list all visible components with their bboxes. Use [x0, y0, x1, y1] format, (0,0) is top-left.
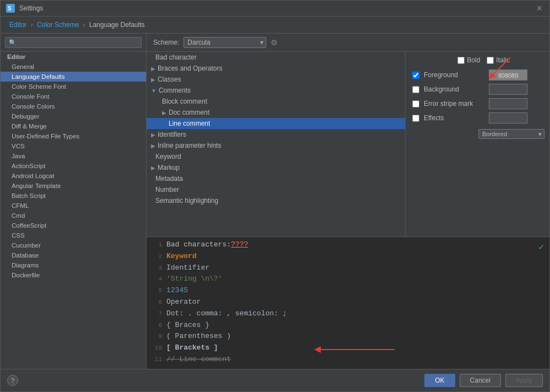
italic-checkbox[interactable]: [487, 57, 494, 64]
list-item-bad-character[interactable]: Bad character: [147, 52, 405, 63]
sidebar-item-console-font[interactable]: Console Font: [1, 92, 146, 101]
effects-label: Effects: [424, 114, 484, 122]
preview-line-3: 3 Identifier: [151, 262, 545, 274]
effects-color-swatch[interactable]: [489, 112, 527, 123]
expand-arrow: ▶: [151, 132, 155, 138]
gear-icon[interactable]: ⚙: [271, 38, 278, 47]
foreground-color-swatch[interactable]: 808080: [489, 69, 527, 80]
sidebar-item-android-logcat[interactable]: Android Logcat: [1, 171, 146, 181]
preview-line-10: 10 [ Brackets ]: [151, 342, 545, 354]
left-panel: Editor General Language Defaults Color S…: [1, 34, 147, 369]
breadcrumb-editor[interactable]: Editor: [9, 21, 26, 29]
foreground-checkbox[interactable]: [412, 72, 419, 79]
preview-line-4: 4 'String \n\?': [151, 273, 545, 285]
sidebar-item-diagrams[interactable]: Diagrams: [1, 260, 146, 270]
foreground-row: Foreground 808080: [412, 69, 543, 80]
error-stripe-checkbox[interactable]: [412, 100, 419, 108]
ok-button[interactable]: OK: [424, 374, 455, 387]
breadcrumb-current: Language Defaults: [89, 21, 145, 29]
error-stripe-color-swatch[interactable]: [489, 98, 527, 109]
preview-line-5: 5 12345: [151, 285, 545, 297]
sidebar-item-user-defined[interactable]: User-Defined File Types: [1, 131, 146, 141]
effects-dropdown-wrap: Bordered: [478, 129, 543, 139]
preview-line-8: 8 { Braces }: [151, 320, 545, 331]
list-group-identifiers[interactable]: ▶ Identifiers: [147, 129, 405, 140]
error-stripe-row: Error stripe mark: [412, 98, 543, 109]
sidebar-item-diff-merge[interactable]: Diff & Merge: [1, 121, 146, 131]
list-item-number[interactable]: Number: [147, 184, 405, 195]
expand-arrow: ▶: [151, 77, 155, 83]
list-child-block-comment[interactable]: Block comment: [147, 96, 405, 107]
scheme-select-wrap: Darcula: [184, 37, 266, 48]
preview-line-7: 7 Dot: . comma: , semicolon: ;: [151, 308, 545, 320]
preview-line-11: 11 // Line comment: [151, 354, 545, 366]
search-input[interactable]: [5, 37, 142, 48]
sidebar-item-java[interactable]: Java: [1, 151, 146, 161]
sidebar-item-general[interactable]: General: [1, 62, 146, 72]
list-group-braces[interactable]: ▶ Braces and Operators: [147, 63, 405, 74]
sidebar-item-cmd[interactable]: Cmd: [1, 211, 146, 221]
background-label: Background: [424, 85, 484, 93]
effects-select[interactable]: Bordered: [478, 129, 544, 139]
sidebar-item-css[interactable]: CSS: [1, 230, 146, 240]
svg-text:S: S: [8, 6, 12, 12]
sidebar-item-vcs[interactable]: VCS: [1, 141, 146, 151]
close-button[interactable]: ✕: [535, 4, 544, 13]
sidebar-item-language-defaults[interactable]: Language Defaults: [1, 72, 146, 82]
preview-line-1: 1 Bad characters: ????: [151, 239, 545, 251]
list-item-semantic[interactable]: Semantic highlighting: [147, 195, 405, 206]
effects-checkbox[interactable]: [412, 115, 419, 122]
breadcrumb: Editor › Color Scheme › Language Default…: [1, 17, 549, 34]
background-row: Background: [412, 84, 543, 95]
sidebar-item-coffeescript[interactable]: CoffeeScript: [1, 221, 146, 230]
sidebar-item-batch-script[interactable]: Batch Script: [1, 191, 146, 201]
list-group-markup[interactable]: ▶ Markup: [147, 162, 405, 173]
background-color-swatch[interactable]: [489, 84, 527, 95]
preview-line-9: 9 ( Parentheses ): [151, 331, 545, 342]
sidebar-item-cucumber[interactable]: Cucumber: [1, 240, 146, 250]
sidebar-item-dockerfile[interactable]: Dockerfile: [1, 270, 146, 280]
preview-line-2: 2 Keyword: [151, 251, 545, 262]
sidebar-item-actionscript[interactable]: ActionScript: [1, 161, 146, 171]
help-button[interactable]: ?: [7, 375, 18, 386]
list-group-inline-hints[interactable]: ▶ Inline parameter hints: [147, 140, 405, 151]
content-area: Editor General Language Defaults Color S…: [1, 34, 549, 369]
color-list: Bad character ▶ Braces and Operators ▶ C…: [147, 52, 405, 237]
main-content: Bad character ▶ Braces and Operators ▶ C…: [147, 52, 549, 237]
preview-line-6: 6 Operator: [151, 297, 545, 308]
check-icon: ✓: [538, 241, 544, 253]
scheme-select[interactable]: Darcula: [184, 37, 266, 48]
expand-arrow: ▶: [151, 143, 155, 149]
list-item-keyword[interactable]: Keyword: [147, 151, 405, 162]
settings-dialog: S Settings ✕ Editor › Color Scheme › Lan…: [0, 0, 550, 392]
list-child-doc-comment[interactable]: ▶ Doc comment: [147, 107, 405, 118]
sidebar-item-debugger[interactable]: Debugger: [1, 111, 146, 121]
list-subchild-line-comment[interactable]: Line comment: [147, 118, 405, 129]
properties-panel: Bold Italic Foreground 808080: [406, 52, 549, 237]
sidebar-item-color-scheme-font[interactable]: Color Scheme Font: [1, 82, 146, 92]
error-stripe-label: Error stripe mark: [424, 100, 484, 108]
italic-checkbox-label[interactable]: Italic: [487, 56, 510, 64]
sidebar-item-cfml[interactable]: CFML: [1, 201, 146, 211]
list-group-classes[interactable]: ▶ Classes: [147, 74, 405, 85]
sidebar-item-console-colors[interactable]: Console Colors: [1, 101, 146, 111]
foreground-label: Foreground: [424, 71, 484, 79]
scheme-label: Scheme:: [153, 39, 179, 46]
list-group-comments[interactable]: ▼ Comments: [147, 85, 405, 96]
sidebar-item-angular-template[interactable]: Angular Template: [1, 181, 146, 191]
effects-row: Effects: [412, 112, 543, 123]
apply-button[interactable]: Apply: [505, 374, 543, 387]
bold-checkbox-label[interactable]: Bold: [457, 56, 480, 64]
expand-arrow: ▼: [151, 88, 157, 94]
list-item-metadata[interactable]: Metadata: [147, 173, 405, 184]
scheme-bar: Scheme: Darcula ⚙: [147, 34, 549, 52]
color-list-panel: Bad character ▶ Braces and Operators ▶ C…: [147, 52, 406, 237]
cancel-button[interactable]: Cancel: [460, 374, 501, 387]
breadcrumb-color-scheme[interactable]: Color Scheme: [37, 21, 79, 29]
background-checkbox[interactable]: [412, 86, 419, 93]
preview-area: ✓ 1 Bad characters: ???? 2 Keyword 3 Ide…: [147, 237, 549, 369]
expand-arrow: ▶: [151, 66, 155, 72]
bold-checkbox[interactable]: [457, 57, 465, 64]
sidebar-item-database[interactable]: Database: [1, 250, 146, 260]
right-panel: Scheme: Darcula ⚙ Bad character: [147, 34, 549, 369]
